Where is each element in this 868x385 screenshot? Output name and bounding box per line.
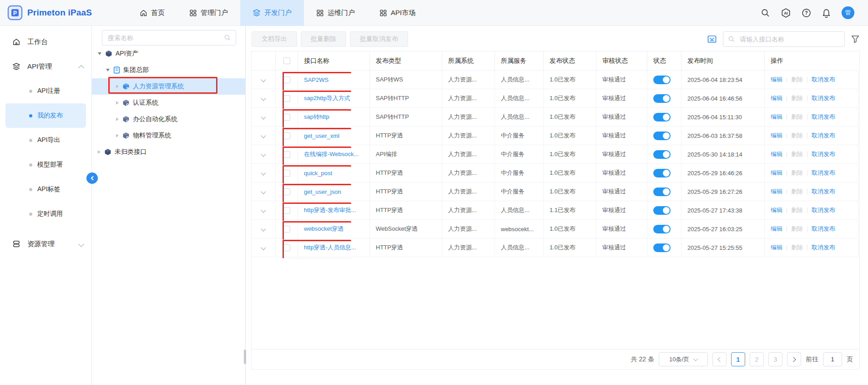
help-icon[interactable]: ? (802, 8, 811, 18)
delete-link[interactable]: 删除 (791, 132, 803, 140)
unpublish-link[interactable]: 取消发布 (812, 113, 835, 121)
row-expand-cell[interactable] (252, 108, 276, 127)
sidebar-item-my-publish[interactable]: 我的发布 (5, 103, 86, 128)
unpublish-link[interactable]: 取消发布 (812, 243, 835, 252)
edit-link[interactable]: 编辑 (771, 132, 782, 140)
sidebar-item-api-register[interactable]: API注册 (5, 79, 86, 103)
sidebar-item-api-export[interactable]: API导出 (5, 128, 86, 152)
status-toggle[interactable] (653, 225, 671, 233)
batch-delete-button[interactable]: 批量删除 (301, 31, 346, 47)
row-select-cell[interactable] (276, 145, 298, 164)
filter-icon[interactable] (851, 35, 860, 44)
row-select-cell[interactable] (276, 108, 298, 127)
unpublish-link[interactable]: 取消发布 (812, 225, 835, 233)
sidebar-item-scheduled-call[interactable]: 定时调用 (5, 202, 86, 226)
checkbox-icon[interactable] (283, 151, 290, 158)
doc-export-button[interactable]: 文档导出 (252, 31, 297, 47)
status-toggle[interactable] (653, 94, 671, 103)
status-toggle[interactable] (653, 132, 671, 140)
collapse-panel-button[interactable] (86, 172, 98, 184)
row-expand-cell[interactable] (252, 182, 276, 201)
interface-name-link[interactable]: get_user_xml (304, 132, 339, 139)
edit-link[interactable]: 编辑 (771, 206, 782, 214)
edit-link[interactable]: 编辑 (771, 243, 782, 252)
batch-unpublish-button[interactable]: 批量取消发布 (350, 31, 408, 47)
interface-name-link[interactable]: sap转http (304, 113, 329, 121)
tree-node-oa-system[interactable]: 办公自动化系统 (92, 111, 245, 127)
row-select-cell[interactable] (276, 71, 298, 89)
collapsed-arrow-icon[interactable] (116, 134, 119, 137)
page-size-select[interactable]: 10条/页 (659, 352, 708, 366)
delete-link[interactable]: 删除 (791, 150, 803, 158)
interface-name-link[interactable]: 在线编排-Websock... (304, 150, 358, 158)
tree-node-group-hq[interactable]: 集团总部 (92, 62, 245, 78)
nav-item-home[interactable]: 首页 (127, 0, 177, 26)
checkbox-icon[interactable] (283, 95, 290, 102)
interface-name-link[interactable]: http穿透-人员信息... (304, 243, 356, 252)
status-toggle[interactable] (653, 187, 671, 196)
status-toggle[interactable] (653, 113, 671, 122)
delete-link[interactable]: 删除 (791, 243, 803, 252)
row-select-cell[interactable] (276, 182, 298, 201)
delete-link[interactable]: 删除 (791, 187, 803, 196)
status-toggle[interactable] (653, 206, 671, 215)
interface-name-link[interactable]: http穿透-发布审批... (304, 206, 356, 214)
goto-page-input[interactable] (823, 352, 842, 366)
page-button-1[interactable]: 1 (731, 352, 745, 366)
search-icon[interactable] (761, 8, 770, 18)
bell-icon[interactable] (822, 8, 831, 18)
expanded-arrow-icon[interactable] (106, 69, 110, 71)
unpublish-link[interactable]: 取消发布 (812, 169, 835, 177)
export-record-icon[interactable] (707, 34, 717, 44)
collapsed-arrow-icon[interactable] (116, 85, 119, 88)
sidebar-item-resource-management[interactable]: 资源管理 (0, 232, 91, 256)
avatar[interactable]: 管 (842, 6, 854, 19)
next-page-button[interactable] (787, 352, 801, 366)
interface-name-link[interactable]: SAP2WS (304, 76, 328, 83)
interface-name-link[interactable]: quick_post (304, 170, 332, 177)
edit-link[interactable]: 编辑 (771, 169, 782, 177)
row-select-cell[interactable] (276, 89, 298, 108)
tree-search-input[interactable] (107, 34, 224, 42)
edit-link[interactable]: 编辑 (771, 150, 782, 158)
row-select-cell[interactable] (276, 164, 298, 182)
row-select-cell[interactable] (276, 201, 298, 220)
edit-link[interactable]: 编辑 (771, 225, 782, 233)
edit-link[interactable]: 编辑 (771, 187, 782, 196)
nav-item-admin-portal[interactable]: 管理门户 (177, 0, 240, 26)
checkbox-icon[interactable] (283, 114, 290, 121)
row-select-cell[interactable] (276, 127, 298, 145)
expanded-arrow-icon[interactable] (98, 52, 101, 55)
search-icon[interactable] (224, 34, 231, 41)
row-expand-cell[interactable] (252, 127, 276, 145)
unpublish-link[interactable]: 取消发布 (812, 206, 835, 214)
interface-name-link[interactable]: websocket穿透 (304, 225, 343, 233)
nav-item-ops-portal[interactable]: 运维门户 (304, 0, 367, 26)
edit-link[interactable]: 编辑 (771, 76, 782, 84)
sidebar-item-model-deploy[interactable]: 模型部署 (5, 152, 86, 177)
row-expand-cell[interactable] (252, 145, 276, 164)
tree-node-material-system[interactable]: 物料管理系统 (92, 127, 245, 144)
checkbox-icon[interactable] (283, 244, 290, 251)
row-expand-cell[interactable] (252, 201, 276, 220)
checkbox-icon[interactable] (283, 188, 290, 195)
collapsed-arrow-icon[interactable] (116, 117, 119, 121)
checkbox-icon[interactable] (283, 170, 290, 177)
row-expand-cell[interactable] (252, 220, 276, 238)
edit-link[interactable]: 编辑 (771, 113, 782, 121)
edit-link[interactable]: 编辑 (771, 94, 782, 102)
delete-link[interactable]: 删除 (791, 76, 803, 84)
tree-node-unclassified[interactable]: 未归类接口 (92, 144, 245, 160)
sidebar-item-api-tags[interactable]: API标签 (5, 177, 86, 202)
status-toggle[interactable] (653, 150, 671, 159)
row-expand-cell[interactable] (252, 164, 276, 182)
interface-search-input[interactable] (739, 35, 840, 43)
delete-link[interactable]: 删除 (791, 113, 803, 121)
tree-scrollbar[interactable] (244, 350, 246, 364)
unpublish-link[interactable]: 取消发布 (812, 150, 835, 158)
delete-link[interactable]: 删除 (791, 225, 803, 233)
delete-link[interactable]: 删除 (791, 206, 803, 214)
tree-node-api-assets[interactable]: API资产 (92, 46, 245, 62)
tree-node-hr-system[interactable]: 人力资源管理系统 (92, 78, 245, 95)
nav-item-dev-portal[interactable]: 开发门户 (240, 0, 304, 26)
